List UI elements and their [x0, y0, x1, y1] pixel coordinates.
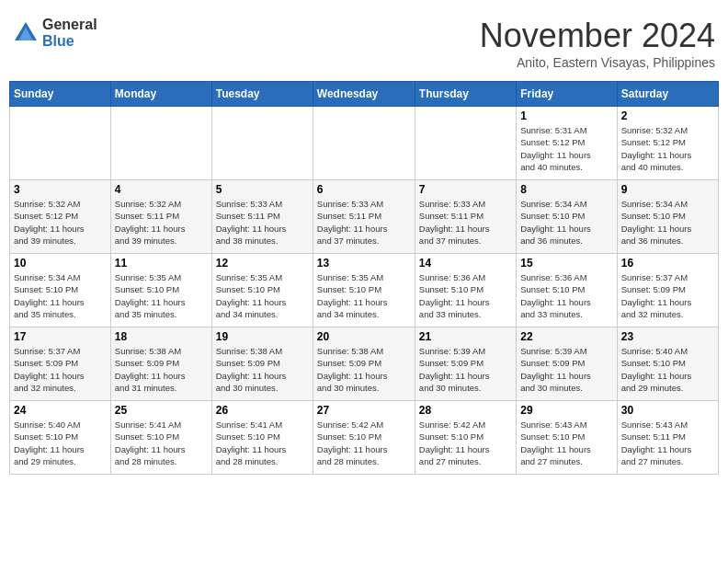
calendar-table: SundayMondayTuesdayWednesdayThursdayFrid…	[9, 81, 719, 475]
day-number: 24	[14, 404, 107, 417]
day-info: Sunrise: 5:43 AM Sunset: 5:11 PM Dayligh…	[621, 419, 714, 467]
logo-general: General	[42, 17, 97, 33]
day-number: 26	[216, 404, 309, 417]
calendar-cell: 27Sunrise: 5:42 AM Sunset: 5:10 PM Dayli…	[313, 401, 415, 475]
day-number: 13	[317, 257, 411, 270]
calendar-cell: 30Sunrise: 5:43 AM Sunset: 5:11 PM Dayli…	[617, 401, 718, 475]
day-number: 22	[520, 330, 612, 343]
day-info: Sunrise: 5:41 AM Sunset: 5:10 PM Dayligh…	[216, 419, 309, 467]
day-info: Sunrise: 5:39 AM Sunset: 5:09 PM Dayligh…	[419, 345, 512, 394]
day-info: Sunrise: 5:32 AM Sunset: 5:12 PM Dayligh…	[14, 198, 107, 247]
day-info: Sunrise: 5:34 AM Sunset: 5:10 PM Dayligh…	[14, 271, 107, 320]
calendar-cell: 18Sunrise: 5:38 AM Sunset: 5:09 PM Dayli…	[110, 327, 211, 401]
day-info: Sunrise: 5:35 AM Sunset: 5:10 PM Dayligh…	[216, 271, 309, 320]
calendar-cell: 8Sunrise: 5:34 AM Sunset: 5:10 PM Daylig…	[517, 180, 617, 254]
calendar-cell: 3Sunrise: 5:32 AM Sunset: 5:12 PM Daylig…	[10, 180, 111, 254]
day-info: Sunrise: 5:42 AM Sunset: 5:10 PM Dayligh…	[317, 419, 411, 467]
calendar-cell: 14Sunrise: 5:36 AM Sunset: 5:10 PM Dayli…	[415, 254, 516, 327]
day-number: 18	[115, 330, 208, 343]
calendar-cell: 24Sunrise: 5:40 AM Sunset: 5:10 PM Dayli…	[10, 401, 111, 475]
day-info: Sunrise: 5:38 AM Sunset: 5:09 PM Dayligh…	[317, 345, 411, 394]
column-header-tuesday: Tuesday	[211, 82, 313, 107]
day-info: Sunrise: 5:38 AM Sunset: 5:09 PM Dayligh…	[216, 345, 309, 394]
calendar-cell: 26Sunrise: 5:41 AM Sunset: 5:10 PM Dayli…	[211, 401, 313, 475]
day-info: Sunrise: 5:42 AM Sunset: 5:10 PM Dayligh…	[419, 419, 512, 467]
column-header-thursday: Thursday	[415, 82, 516, 107]
calendar-cell: 22Sunrise: 5:39 AM Sunset: 5:09 PM Dayli…	[517, 327, 617, 401]
column-header-monday: Monday	[110, 82, 211, 107]
calendar-cell	[415, 107, 516, 180]
calendar-cell: 20Sunrise: 5:38 AM Sunset: 5:09 PM Dayli…	[313, 327, 415, 401]
day-number: 14	[419, 257, 512, 270]
day-number: 29	[520, 404, 612, 417]
day-info: Sunrise: 5:40 AM Sunset: 5:10 PM Dayligh…	[621, 345, 714, 394]
logo: General Blue	[13, 17, 97, 49]
column-header-friday: Friday	[517, 82, 617, 107]
day-number: 12	[216, 257, 309, 270]
calendar-cell: 19Sunrise: 5:38 AM Sunset: 5:09 PM Dayli…	[211, 327, 313, 401]
title-block: November 2024 Anito, Eastern Visayas, Ph…	[480, 17, 715, 70]
day-number: 6	[317, 183, 411, 196]
calendar-cell	[10, 107, 111, 180]
day-info: Sunrise: 5:37 AM Sunset: 5:09 PM Dayligh…	[14, 345, 107, 394]
calendar-cell: 10Sunrise: 5:34 AM Sunset: 5:10 PM Dayli…	[10, 254, 111, 327]
day-info: Sunrise: 5:31 AM Sunset: 5:12 PM Dayligh…	[520, 124, 612, 173]
calendar-cell: 4Sunrise: 5:32 AM Sunset: 5:11 PM Daylig…	[110, 180, 211, 254]
calendar-header-row: SundayMondayTuesdayWednesdayThursdayFrid…	[10, 82, 719, 107]
day-number: 11	[115, 257, 208, 270]
day-number: 2	[621, 109, 714, 122]
month-year: November 2024	[480, 17, 715, 55]
column-header-wednesday: Wednesday	[313, 82, 415, 107]
calendar-cell: 17Sunrise: 5:37 AM Sunset: 5:09 PM Dayli…	[10, 327, 111, 401]
calendar-cell: 15Sunrise: 5:36 AM Sunset: 5:10 PM Dayli…	[517, 254, 617, 327]
calendar-cell	[211, 107, 313, 180]
day-info: Sunrise: 5:36 AM Sunset: 5:10 PM Dayligh…	[520, 271, 612, 320]
day-info: Sunrise: 5:32 AM Sunset: 5:11 PM Dayligh…	[115, 198, 208, 247]
day-info: Sunrise: 5:33 AM Sunset: 5:11 PM Dayligh…	[216, 198, 309, 247]
day-info: Sunrise: 5:43 AM Sunset: 5:10 PM Dayligh…	[520, 419, 612, 467]
day-info: Sunrise: 5:35 AM Sunset: 5:10 PM Dayligh…	[317, 271, 411, 320]
calendar-cell: 28Sunrise: 5:42 AM Sunset: 5:10 PM Dayli…	[415, 401, 516, 475]
day-info: Sunrise: 5:34 AM Sunset: 5:10 PM Dayligh…	[621, 198, 714, 247]
day-info: Sunrise: 5:40 AM Sunset: 5:10 PM Dayligh…	[14, 419, 107, 467]
day-info: Sunrise: 5:33 AM Sunset: 5:11 PM Dayligh…	[419, 198, 512, 247]
day-number: 15	[520, 257, 612, 270]
day-number: 4	[115, 183, 208, 196]
calendar-week-row: 1Sunrise: 5:31 AM Sunset: 5:12 PM Daylig…	[10, 107, 719, 180]
day-number: 5	[216, 183, 309, 196]
calendar-week-row: 17Sunrise: 5:37 AM Sunset: 5:09 PM Dayli…	[10, 327, 719, 401]
calendar-cell: 16Sunrise: 5:37 AM Sunset: 5:09 PM Dayli…	[617, 254, 718, 327]
calendar-cell: 25Sunrise: 5:41 AM Sunset: 5:10 PM Dayli…	[110, 401, 211, 475]
calendar-cell: 11Sunrise: 5:35 AM Sunset: 5:10 PM Dayli…	[110, 254, 211, 327]
calendar-cell: 1Sunrise: 5:31 AM Sunset: 5:12 PM Daylig…	[517, 107, 617, 180]
day-info: Sunrise: 5:34 AM Sunset: 5:10 PM Dayligh…	[520, 198, 612, 247]
day-number: 16	[621, 257, 714, 270]
day-number: 7	[419, 183, 512, 196]
calendar-cell: 23Sunrise: 5:40 AM Sunset: 5:10 PM Dayli…	[617, 327, 718, 401]
calendar-cell: 6Sunrise: 5:33 AM Sunset: 5:11 PM Daylig…	[313, 180, 415, 254]
day-number: 23	[621, 330, 714, 343]
day-number: 25	[115, 404, 208, 417]
day-number: 10	[14, 257, 107, 270]
day-number: 21	[419, 330, 512, 343]
calendar-week-row: 10Sunrise: 5:34 AM Sunset: 5:10 PM Dayli…	[10, 254, 719, 327]
logo-blue: Blue	[42, 33, 97, 50]
day-number: 28	[419, 404, 512, 417]
logo-text: General Blue	[42, 17, 97, 49]
day-info: Sunrise: 5:39 AM Sunset: 5:09 PM Dayligh…	[520, 345, 612, 394]
calendar-week-row: 3Sunrise: 5:32 AM Sunset: 5:12 PM Daylig…	[10, 180, 719, 254]
column-header-sunday: Sunday	[10, 82, 111, 107]
calendar-cell: 13Sunrise: 5:35 AM Sunset: 5:10 PM Dayli…	[313, 254, 415, 327]
day-number: 17	[14, 330, 107, 343]
day-number: 20	[317, 330, 411, 343]
day-number: 8	[520, 183, 612, 196]
day-info: Sunrise: 5:32 AM Sunset: 5:12 PM Dayligh…	[621, 124, 714, 173]
day-number: 27	[317, 404, 411, 417]
calendar-cell: 5Sunrise: 5:33 AM Sunset: 5:11 PM Daylig…	[211, 180, 313, 254]
calendar-cell: 12Sunrise: 5:35 AM Sunset: 5:10 PM Dayli…	[211, 254, 313, 327]
day-number: 19	[216, 330, 309, 343]
calendar-cell: 21Sunrise: 5:39 AM Sunset: 5:09 PM Dayli…	[415, 327, 516, 401]
logo-icon	[13, 20, 39, 46]
page-header: General Blue November 2024 Anito, Easter…	[9, 9, 719, 77]
day-number: 3	[14, 183, 107, 196]
